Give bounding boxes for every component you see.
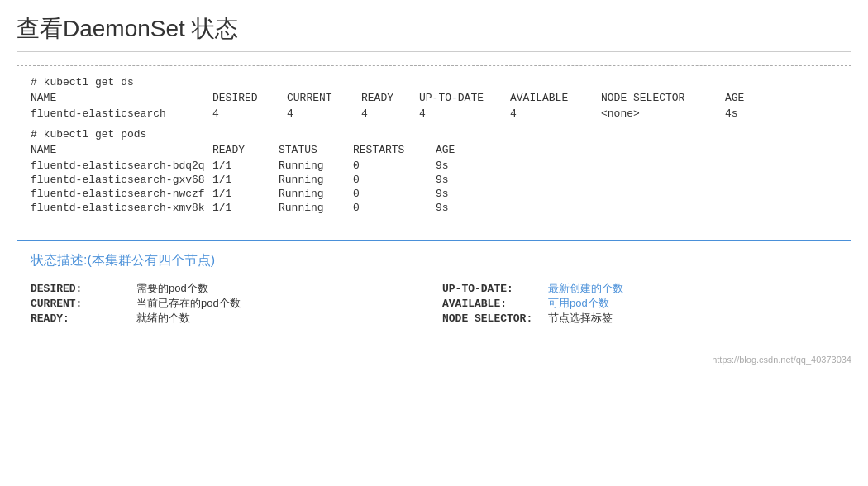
pods-col-ready: READY [212, 144, 279, 156]
ds-ready-0: 4 [361, 107, 419, 120]
pod-name-1: fluentd-elasticsearch-gxv68 [31, 174, 212, 186]
desc-item-ready: READY: 就绪的个数 [31, 311, 426, 326]
pods-col-restarts: RESTARTS [353, 144, 436, 156]
pod-ready-1: 1/1 [212, 174, 279, 186]
desc-label-uptodate: UP-TO-DATE: [442, 283, 541, 295]
desc-item-available: AVAILABLE: 可用pod个数 [442, 296, 837, 311]
pod-name-2: fluentd-elasticsearch-nwczf [31, 188, 212, 200]
pod-ready-3: 1/1 [212, 202, 279, 214]
ds-nodeselector-0: <none> [601, 107, 725, 120]
pod-age-1: 9s [436, 174, 485, 186]
pod-name-3: fluentd-elasticsearch-xmv8k [31, 202, 212, 214]
pod-restarts-0: 0 [353, 160, 436, 172]
ds-col-age: AGE [725, 92, 766, 104]
pod-age-3: 9s [436, 202, 485, 214]
ds-col-desired: DESIRED [212, 92, 287, 104]
desc-label-desired: DESIRED: [31, 283, 130, 295]
pod-status-2: Running [279, 188, 353, 200]
pod-ready-0: 1/1 [212, 160, 279, 172]
ds-age-0: 4s [725, 107, 766, 120]
pods-data-row-0: fluentd-elasticsearch-bdq2q 1/1 Running … [31, 160, 837, 172]
desc-label-current: CURRENT: [31, 298, 130, 310]
pod-status-3: Running [279, 202, 353, 214]
ds-uptodate-0: 4 [419, 107, 510, 120]
pods-col-status: STATUS [279, 144, 353, 156]
ds-header-row: NAME DESIRED CURRENT READY UP-TO-DATE AV… [31, 92, 837, 104]
pod-restarts-3: 0 [353, 202, 436, 214]
desc-title: 状态描述:(本集群公有四个节点) [31, 252, 837, 269]
terminal-box-1: # kubectl get ds NAME DESIRED CURRENT RE… [17, 65, 851, 226]
cmd-2: # kubectl get pods [31, 128, 837, 141]
pods-header-row: NAME READY STATUS RESTARTS AGE [31, 144, 837, 156]
desc-right-col: UP-TO-DATE: 最新创建的个数 AVAILABLE: 可用pod个数 N… [442, 281, 837, 326]
pod-status-0: Running [279, 160, 353, 172]
cmd-1: # kubectl get ds [31, 76, 837, 88]
pod-age-0: 9s [436, 160, 485, 172]
pod-name-0: fluentd-elasticsearch-bdq2q [31, 160, 212, 172]
pods-data-row-1: fluentd-elasticsearch-gxv68 1/1 Running … [31, 174, 837, 186]
ds-col-name: NAME [31, 92, 212, 104]
desc-item-current: CURRENT: 当前已存在的pod个数 [31, 296, 426, 311]
pods-col-age: AGE [436, 144, 485, 156]
ds-col-current: CURRENT [287, 92, 361, 104]
desc-item-desired: DESIRED: 需要的pod个数 [31, 281, 426, 296]
desc-label-ready: READY: [31, 312, 130, 325]
pods-data-row-3: fluentd-elasticsearch-xmv8k 1/1 Running … [31, 202, 837, 214]
desc-value-desired: 需要的pod个数 [136, 281, 208, 296]
ds-col-ready: READY [361, 92, 419, 104]
pod-ready-2: 1/1 [212, 188, 279, 200]
pods-col-name: NAME [31, 144, 212, 156]
desc-label-nodeselector: NODE SELECTOR: [442, 312, 541, 325]
desc-value-current: 当前已存在的pod个数 [136, 296, 241, 311]
pods-data-row-2: fluentd-elasticsearch-nwczf 1/1 Running … [31, 188, 837, 200]
ds-desired-0: 4 [212, 107, 287, 120]
desc-label-available: AVAILABLE: [442, 298, 541, 310]
desc-value-uptodate: 最新创建的个数 [548, 281, 623, 296]
desc-item-uptodate: UP-TO-DATE: 最新创建的个数 [442, 281, 837, 296]
ds-col-available: AVAILABLE [510, 92, 601, 104]
pod-age-2: 9s [436, 188, 485, 200]
pod-status-1: Running [279, 174, 353, 186]
page-title: 查看DaemonSet 状态 [17, 13, 851, 52]
watermark: https://blog.csdn.net/qq_40373034 [17, 355, 851, 364]
pod-restarts-1: 0 [353, 174, 436, 186]
description-box: 状态描述:(本集群公有四个节点) DESIRED: 需要的pod个数 CURRE… [17, 240, 851, 341]
desc-item-nodeselector: NODE SELECTOR: 节点选择标签 [442, 311, 837, 326]
desc-left-col: DESIRED: 需要的pod个数 CURRENT: 当前已存在的pod个数 R… [31, 281, 426, 326]
ds-available-0: 4 [510, 107, 601, 120]
desc-value-available: 可用pod个数 [548, 296, 609, 311]
desc-value-nodeselector: 节点选择标签 [548, 311, 613, 326]
ds-name-0: fluentd-elasticsearch [31, 107, 212, 120]
ds-data-row-0: fluentd-elasticsearch 4 4 4 4 4 <none> 4… [31, 107, 837, 120]
ds-current-0: 4 [287, 107, 361, 120]
desc-value-ready: 就绪的个数 [136, 311, 190, 326]
desc-grid: DESIRED: 需要的pod个数 CURRENT: 当前已存在的pod个数 R… [31, 281, 837, 326]
pod-restarts-2: 0 [353, 188, 436, 200]
ds-col-nodeselector: NODE SELECTOR [601, 92, 725, 104]
ds-col-uptodate: UP-TO-DATE [419, 92, 510, 104]
